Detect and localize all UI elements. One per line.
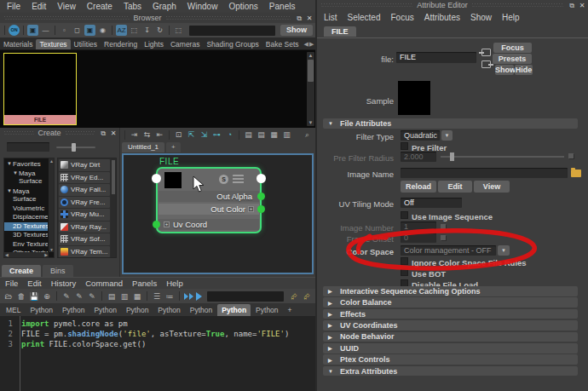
menu-window[interactable]: Window [187,2,218,11]
node-name-input[interactable]: FILE [396,52,476,63]
browser-tab-utilities[interactable]: Utilities [71,39,101,49]
tab-scroll-left-icon[interactable]: ◀ [304,41,308,48]
script-menu-command[interactable]: Command [85,279,123,288]
panel-grip[interactable] [4,16,130,20]
search-icon[interactable]: ⌕ [302,129,313,141]
graph-downstream-icon[interactable]: ⇲ [199,129,210,141]
section-uuid[interactable]: ▶UUID [323,343,578,354]
menu-graph[interactable]: Graph [153,2,176,11]
filter-on-toggle[interactable]: ON [9,25,20,36]
full-view-icon[interactable]: ▦ [268,129,280,141]
reload-button[interactable]: Reload [401,181,436,193]
tree-item-maya[interactable]: ▼Maya [4,169,48,178]
texture-swatch[interactable]: FILE [3,53,77,125]
tab-scroll-right-icon[interactable]: ▶ [309,41,314,48]
panel-grip[interactable] [4,131,34,135]
close-icon[interactable]: ✕ [109,129,118,137]
folder-icon[interactable] [571,170,581,177]
script-tab-python-5[interactable]: Python [153,304,184,316]
quick-help-input[interactable] [207,291,284,302]
save-to-shelf-icon[interactable]: ⊕ [42,291,52,302]
menu-options[interactable]: Options [228,2,257,11]
tree-item-displacemen[interactable]: Displacemen [4,213,48,222]
browser-tab-lights[interactable]: Lights [141,39,167,49]
tab-bins[interactable]: Bins [43,265,73,277]
custom-view-icon[interactable]: ▥ [281,129,292,141]
slider-options-icon[interactable] [441,235,446,240]
section-color-balance[interactable]: ▶Color Balance [323,297,578,308]
show-button[interactable]: Show [280,25,313,36]
add-tab-button[interactable]: + [166,142,181,152]
clear-all-icon[interactable]: ⮳ [302,291,312,302]
browser-tab-materials[interactable]: Materials [0,39,36,49]
ae-menu-list[interactable]: List [324,13,337,22]
ae-menu-attributes[interactable]: Attributes [424,13,460,22]
execute-all-icon[interactable] [184,293,193,300]
huge-swatch-icon[interactable]: ◉ [97,25,108,36]
panel-grip[interactable] [321,3,412,7]
script-tab-python-8[interactable]: Python [251,304,282,316]
scroll-down-icon[interactable]: ▼ [49,247,54,252]
new-mel-tab-icon[interactable]: ✎ [61,291,72,302]
ignore-color-space-rules-checkbox[interactable] [401,257,408,265]
slider-handle[interactable] [72,143,76,152]
image-number-input[interactable]: 1 [401,221,436,232]
tree-item-volumetric[interactable]: Volumetric [4,204,48,214]
execute-icon[interactable] [196,292,202,301]
out-color-row[interactable]: Out Color + [159,204,259,215]
browser-tab-bake-sets[interactable]: Bake Sets [262,39,303,49]
node-type-vray-sof[interactable]: VRay Sof... [59,233,110,245]
tab-untitled-1[interactable]: Untitled_1 [122,142,164,152]
open-script-icon[interactable]: 🗁 [3,291,14,302]
script-code-area[interactable]: 1import pymel.core as pm2FILE = pm.shadi… [0,316,315,391]
popout-icon[interactable]: ⧉ [295,14,303,22]
tree-hscrollbar[interactable]: ◀ ▶ [4,252,49,257]
node-editor-canvas[interactable]: FILE S Out Alpha Out Color + [122,153,314,274]
tree-item-3d-textures[interactable]: 3D Textures [4,231,48,240]
tab-file-node[interactable]: FILE [324,26,356,37]
script-menu-panels[interactable]: Panels [132,279,157,288]
node-type-vray-dirt[interactable]: VRay Dirt [59,159,110,171]
popout-icon[interactable]: ⧉ [99,129,107,137]
list-scrollbar[interactable] [111,158,116,257]
list-view-icon[interactable]: — [40,25,51,36]
lock-view-icon[interactable]: ◔ [224,129,235,141]
node-type-vray-fre[interactable]: VRay Fre... [59,197,110,209]
tab-create[interactable]: Create [2,265,41,277]
tree-item-lights[interactable]: Lights [4,258,48,259]
node-type-vray-mu[interactable]: VRay Mu... [59,209,110,221]
script-menu-help[interactable]: Help [166,279,183,288]
node-type-vray-ed[interactable]: VRay Ed... [59,172,110,184]
new-python-tab-icon[interactable]: ✎ [74,291,84,302]
browser-tab-shading-groups[interactable]: Shading Groups [203,39,262,49]
chevron-down-icon[interactable]: ▼ [441,130,453,141]
simple-view-icon[interactable]: ▤ [243,129,254,141]
swatch-size-slider[interactable] [56,147,95,148]
node-type-vray-fall[interactable]: VRay Fall... [59,184,110,196]
menu-tabs[interactable]: Tabs [124,2,141,11]
scroll-thumb[interactable] [112,160,115,194]
expand-plus-icon[interactable]: + [248,206,254,212]
close-icon[interactable]: ✕ [305,14,314,22]
clear-input-icon[interactable]: ⮳ [289,291,299,302]
scroll-down-icon[interactable]: ▼ [307,119,314,126]
panel-grip[interactable] [472,3,563,7]
save-script-icon[interactable]: 💾 [29,291,39,302]
out-alpha-port[interactable] [257,193,265,200]
ae-menu-selected[interactable]: Selected [348,13,381,22]
chevron-down-icon[interactable]: ▼ [498,245,510,256]
ae-menu-focus[interactable]: Focus [390,13,413,22]
chevron-down-icon[interactable]: ▼ [7,161,12,166]
out-color-port[interactable] [257,205,265,213]
add-script-tab-button[interactable]: + [284,304,297,316]
use-bot-checkbox[interactable] [401,268,408,276]
scroll-up-icon[interactable]: ▲ [49,158,54,164]
section-extra-attributes[interactable]: ▼Extra Attributes [323,366,578,377]
show-button[interactable]: Show [495,65,514,75]
section-node-behavior[interactable]: ▶Node Behavior [323,332,578,342]
marquee-icon[interactable]: ⬚ [173,25,184,36]
script-tab-python-1[interactable]: Python [26,304,56,316]
color-space-select[interactable]: Color management - OFF [401,245,496,256]
tree-scrollbar[interactable]: ▲ ▼ [49,158,54,252]
pin-icon[interactable]: ⊶ [211,129,222,141]
